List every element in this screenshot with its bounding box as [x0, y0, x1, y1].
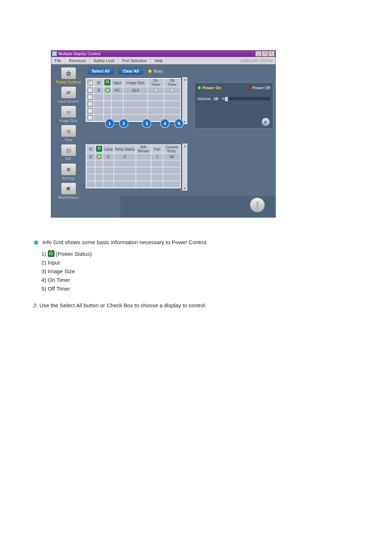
main-area: Select All Clear All Busy ID: [86, 65, 275, 217]
input-source-icon: ⇄: [61, 86, 76, 99]
menu-file[interactable]: File: [51, 57, 65, 64]
grid-row[interactable]: 0 PC 16:9: [86, 87, 180, 94]
led-off-icon: [247, 86, 251, 90]
pip-icon: ◱: [61, 144, 76, 156]
grid-row[interactable]: 0 0 0 1 49: [86, 153, 180, 160]
time-icon: ◷: [61, 125, 76, 137]
menu-help[interactable]: Help: [151, 57, 167, 64]
list-item: 1) (Power Status): [41, 250, 302, 258]
busy-indicator: Busy: [148, 69, 162, 73]
sidebar-item-maintenance[interactable]: 🛠 Maintenance: [51, 182, 86, 200]
window-controls: _ □ ×: [255, 51, 275, 57]
star-icon: ✱: [33, 239, 39, 246]
volume-value: 10: [214, 97, 218, 101]
menu-bar: File Remocon Safety Lock Port Selection …: [51, 57, 275, 64]
power-status-icon: [96, 146, 102, 152]
power-status-icon: [105, 79, 110, 85]
list-item: 3) Image Size: [41, 267, 302, 276]
clear-all-button[interactable]: Clear All: [119, 68, 143, 74]
grid-row[interactable]: [86, 181, 180, 188]
image-size-icon: ▭: [61, 106, 76, 118]
callout-badge-4: 4: [160, 119, 170, 128]
speaker-icon[interactable]: 🔊: [261, 118, 270, 126]
restore-button[interactable]: □: [262, 51, 268, 57]
app-window: Multiple Display Control _ □ × File Remo…: [51, 50, 276, 218]
busy-icon: [148, 69, 152, 73]
grid-row[interactable]: [86, 160, 180, 167]
intro-line: Info Grid shows some basic information n…: [42, 239, 208, 245]
select-all-button[interactable]: Select All: [88, 68, 114, 74]
toolbar: Select All Clear All Busy: [86, 65, 275, 77]
sidebar-item-time[interactable]: ◷ Time: [51, 125, 86, 142]
list-item: 5) Off Timer: [41, 284, 302, 293]
callout-badge-3: 3: [142, 119, 151, 128]
grid-row[interactable]: [86, 167, 180, 174]
volume-knob[interactable]: [225, 97, 228, 102]
power-off-button[interactable]: Power Off: [247, 86, 270, 90]
list-item: 2) Input: [41, 258, 302, 267]
grid-row[interactable]: [86, 101, 180, 108]
minimize-button[interactable]: _: [255, 51, 262, 57]
callout-badge-2: 2: [119, 119, 128, 128]
brand-logo: SAMSUNG DIGITall: [240, 59, 275, 63]
menu-port-selection[interactable]: Port Selection: [118, 57, 151, 64]
scroll-up-icon[interactable]: ▴: [184, 78, 186, 81]
power-control-icon: ⏻: [61, 67, 76, 79]
grid-row[interactable]: [86, 108, 180, 115]
sidebar-item-power-control[interactable]: ⏻ Power Control: [51, 67, 86, 84]
settings-icon: ⚙: [61, 163, 76, 176]
grid-scrollbar[interactable]: ▴ ▾: [182, 144, 187, 190]
header-checkbox[interactable]: [88, 80, 93, 85]
document-text: ✱ Info Grid shows some basic information…: [33, 238, 302, 310]
callout-badge-5: 5: [174, 119, 184, 128]
menu-remocon[interactable]: Remocon: [65, 57, 90, 64]
on-timer-dot: [154, 88, 158, 93]
note-line: 2. Use the Select All button or Check Bo…: [33, 301, 302, 310]
app-icon: [52, 51, 57, 56]
maintenance-icon: 🛠: [61, 182, 76, 195]
callout-badge-1: 1: [105, 119, 114, 128]
info-grid: ID Input Image Size On Timer Off Timer 0: [86, 77, 187, 124]
close-button[interactable]: ×: [268, 51, 275, 57]
sidebar-item-image-size[interactable]: ▭ Image Size: [51, 106, 86, 123]
status-grid: ID Lamp Temp.Status B/R Senser Fan Curre…: [86, 144, 187, 190]
volume-label: Volume: [197, 97, 211, 101]
grid-row[interactable]: [86, 94, 180, 101]
power-panel: Power On Power Off Volume 10: [194, 82, 273, 129]
led-on-icon: [197, 86, 201, 90]
scroll-down-icon[interactable]: ▾: [184, 186, 186, 190]
power-status-icon: [48, 250, 54, 257]
sidebar-item-input-source[interactable]: ⇄ Input Source: [51, 86, 86, 103]
row-checkbox[interactable]: [88, 88, 93, 93]
menu-safety-lock[interactable]: Safety Lock: [90, 57, 118, 64]
power-on-button[interactable]: Power On: [197, 86, 221, 90]
volume-slider[interactable]: [221, 97, 270, 100]
sidebar-item-pip[interactable]: ◱ PIP: [51, 144, 86, 161]
scroll-down-icon[interactable]: ▾: [184, 120, 186, 124]
list-item: 4) On Timer: [41, 276, 302, 284]
sidebar-item-settings[interactable]: ⚙ Settings: [51, 163, 86, 180]
status-dot-green: [97, 154, 102, 159]
grid-row[interactable]: [86, 174, 180, 181]
sidebar: ⏻ Power Control ⇄ Input Source ▭ Image S…: [51, 65, 86, 217]
grid-scrollbar[interactable]: ▴ ▾: [182, 77, 187, 124]
window-title: Multiple Display Control: [58, 52, 101, 56]
scroll-up-icon[interactable]: ▴: [184, 144, 186, 148]
alert-icon: !: [250, 198, 265, 212]
off-timer-dot: [170, 88, 175, 93]
status-dot-green: [105, 88, 110, 93]
title-bar: Multiple Display Control _ □ ×: [51, 50, 275, 57]
